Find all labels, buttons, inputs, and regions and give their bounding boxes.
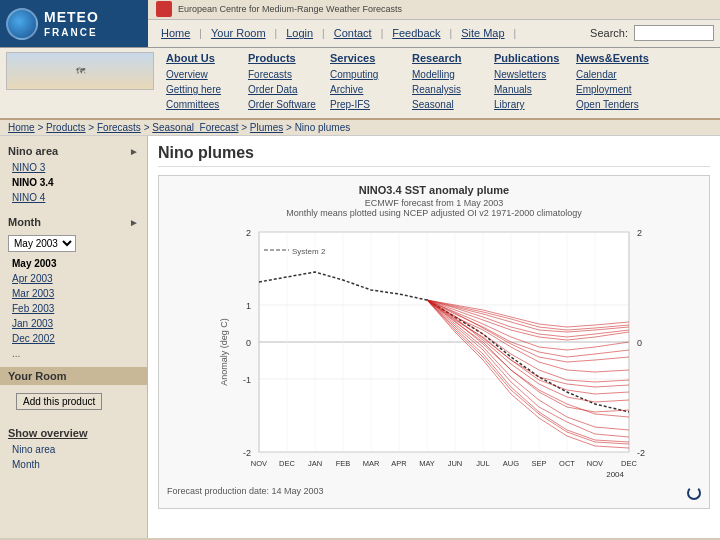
nav-products-order-data[interactable]: Order Data xyxy=(248,82,318,97)
main-content: Nino plumes NINO3.4 SST anomaly plume EC… xyxy=(148,136,720,538)
svg-text:System 2: System 2 xyxy=(292,247,326,256)
main-container: Nino area ► NINO 3 NINO 3.4 NINO 4 Month… xyxy=(0,136,720,538)
nav-publications-newsletters[interactable]: Newsletters xyxy=(494,67,564,82)
nav-login[interactable]: Login xyxy=(279,24,320,42)
sidebar-month-header[interactable]: Month ► xyxy=(0,213,147,231)
nav-contact[interactable]: Contact xyxy=(327,24,379,42)
sidebar-nino-area-label: Nino area xyxy=(8,145,58,157)
svg-text:MAR: MAR xyxy=(363,459,380,468)
nav-services-prep-ifs[interactable]: Prep-IFS xyxy=(330,97,400,112)
nav-research-modelling[interactable]: Modelling xyxy=(412,67,482,82)
svg-text:MAY: MAY xyxy=(419,459,435,468)
sidebar-nino4[interactable]: NINO 4 xyxy=(0,190,147,205)
svg-text:1: 1 xyxy=(246,301,251,311)
nav-col-news: News&Events Calendar Employment Open Ten… xyxy=(576,52,649,112)
sidebar-your-room: Your Room xyxy=(0,367,147,385)
sidebar-overview-month: Month xyxy=(0,457,147,472)
sidebar-date-may2003[interactable]: May 2003 xyxy=(0,256,147,271)
nav-about-committees[interactable]: Committees xyxy=(166,97,236,112)
svg-text:2: 2 xyxy=(246,228,251,238)
svg-text:-2: -2 xyxy=(637,448,645,458)
nav-about-getting[interactable]: Getting here xyxy=(166,82,236,97)
sidebar-month-dropdown[interactable]: May 2003 Apr 2003 Mar 2003 Feb 2003 Jan … xyxy=(8,235,76,252)
sidebar-show-overview[interactable]: Show overview xyxy=(0,424,147,442)
chart-svg: 2 1 0 -1 -2 Anomaly (deg C) 2 0 -2 xyxy=(167,222,701,482)
nav-publications-library[interactable]: Library xyxy=(494,97,564,112)
breadcrumb-products[interactable]: Products xyxy=(46,122,85,133)
nav-news-header[interactable]: News&Events xyxy=(576,52,649,64)
nav-feedback[interactable]: Feedback xyxy=(385,24,447,42)
nav-site-map[interactable]: Site Map xyxy=(454,24,511,42)
svg-text:DEC: DEC xyxy=(621,459,637,468)
nav-publications-manuals[interactable]: Manuals xyxy=(494,82,564,97)
chart-subtitle-line1: ECMWF forecast from 1 May 2003 xyxy=(167,198,701,208)
svg-text:JUL: JUL xyxy=(476,459,489,468)
breadcrumb-seasonal[interactable]: Seasonal_Forecast xyxy=(152,122,238,133)
sidebar-month-arrow: ► xyxy=(129,217,139,228)
ecmwf-text: European Centre for Medium-Range Weather… xyxy=(178,4,402,14)
nav-research-header[interactable]: Research xyxy=(412,52,482,64)
sidebar-nino3-4[interactable]: NINO 3.4 xyxy=(0,175,147,190)
sidebar-overview-nino: Nino area xyxy=(0,442,147,457)
sidebar-add-product-button[interactable]: Add this product xyxy=(16,393,102,410)
nav-research-reanalysis[interactable]: Reanalysis xyxy=(412,82,482,97)
nav-products-header[interactable]: Products xyxy=(248,52,318,64)
sidebar-date-jan2003[interactable]: Jan 2003 xyxy=(0,316,147,331)
nav-products-order-software[interactable]: Order Software xyxy=(248,97,318,112)
nav-services-archive[interactable]: Archive xyxy=(330,82,400,97)
breadcrumb-plumes[interactable]: Plumes xyxy=(250,122,283,133)
nav-news-employment[interactable]: Employment xyxy=(576,82,649,97)
nav-about-overview[interactable]: Overview xyxy=(166,67,236,82)
nav-publications-header[interactable]: Publications xyxy=(494,52,564,64)
svg-text:DEC: DEC xyxy=(279,459,295,468)
nav-col-services: Services Computing Archive Prep-IFS xyxy=(330,52,400,112)
nav-bar: Home | Your Room | Login | Contact | Fee… xyxy=(148,20,720,47)
nav-research-seasonal[interactable]: Seasonal xyxy=(412,97,482,112)
chart-area: 2 1 0 -1 -2 Anomaly (deg C) 2 0 -2 xyxy=(167,222,701,482)
breadcrumb-forecasts[interactable]: Forecasts xyxy=(97,122,141,133)
nav-col-research: Research Modelling Reanalysis Seasonal xyxy=(412,52,482,112)
nav-services-computing[interactable]: Computing xyxy=(330,67,400,82)
svg-text:OCT: OCT xyxy=(559,459,575,468)
svg-text:2004: 2004 xyxy=(606,470,624,479)
sidebar-month-select-area: May 2003 Apr 2003 Mar 2003 Feb 2003 Jan … xyxy=(8,235,139,252)
nav-services-header[interactable]: Services xyxy=(330,52,400,64)
sidebar-date-ellipsis: ... xyxy=(0,346,147,361)
nav-your-room[interactable]: Your Room xyxy=(204,24,273,42)
nav-news-calendar[interactable]: Calendar xyxy=(576,67,649,82)
sidebar-date-mar2003[interactable]: Mar 2003 xyxy=(0,286,147,301)
breadcrumb-home[interactable]: Home xyxy=(8,122,35,133)
forecast-date: Forecast production date: 14 May 2003 xyxy=(167,486,324,500)
svg-text:0: 0 xyxy=(246,338,251,348)
nav-about-header[interactable]: About Us xyxy=(166,52,236,64)
nav-news-tenders[interactable]: Open Tenders xyxy=(576,97,649,112)
sidebar-nino-arrow: ► xyxy=(129,146,139,157)
nav-home[interactable]: Home xyxy=(154,24,197,42)
chart-container: NINO3.4 SST anomaly plume ECMWF forecast… xyxy=(158,175,710,509)
breadcrumb-current: Nino plumes xyxy=(295,122,351,133)
svg-text:APR: APR xyxy=(391,459,407,468)
svg-text:0: 0 xyxy=(637,338,642,348)
sidebar-month-label: Month xyxy=(8,216,41,228)
logo-text: METEO FRANCE xyxy=(44,8,99,39)
sidebar-date-dec2002[interactable]: Dec 2002 xyxy=(0,331,147,346)
svg-text:JAN: JAN xyxy=(308,459,322,468)
svg-text:AUG: AUG xyxy=(503,459,519,468)
france-label: FRANCE xyxy=(44,26,99,39)
forecast-note: Forecast production date: 14 May 2003 xyxy=(167,486,701,500)
sidebar-date-feb2003[interactable]: Feb 2003 xyxy=(0,301,147,316)
chart-subtitle-line2: Monthly means plotted using NCEP adjuste… xyxy=(167,208,701,218)
svg-text:JUN: JUN xyxy=(448,459,463,468)
sidebar-nino3[interactable]: NINO 3 xyxy=(0,160,147,175)
search-input[interactable] xyxy=(634,25,714,41)
globe-icon xyxy=(6,8,38,40)
sidebar-nino-area-header[interactable]: Nino area ► xyxy=(0,142,147,160)
refresh-icon[interactable] xyxy=(687,486,701,500)
chart-title: NINO3.4 SST anomaly plume xyxy=(167,184,701,196)
page-title: Nino plumes xyxy=(158,144,710,167)
svg-text:FEB: FEB xyxy=(336,459,351,468)
nav-products-forecasts[interactable]: Forecasts xyxy=(248,67,318,82)
sidebar-date-apr2003[interactable]: Apr 2003 xyxy=(0,271,147,286)
search-label: Search: xyxy=(590,27,628,39)
dropdown-nav: 🗺 About Us Overview Getting here Committ… xyxy=(0,48,720,120)
